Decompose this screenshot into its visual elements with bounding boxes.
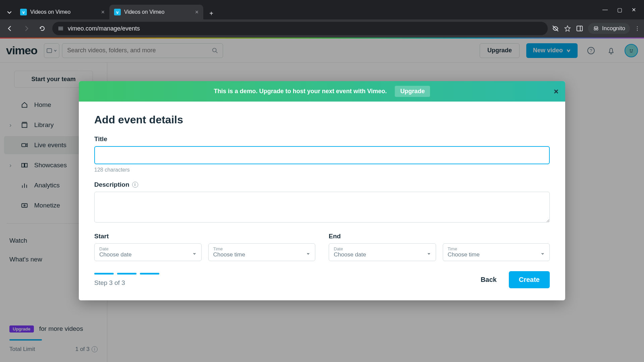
start-date-picker[interactable]: Date Choose date ⌄ <box>94 243 202 261</box>
banner-upgrade-button[interactable]: Upgrade <box>395 86 430 97</box>
browser-tab[interactable]: v Videos on Vimeo × <box>109 5 203 19</box>
close-icon[interactable]: × <box>101 9 105 16</box>
menu-kebab-icon[interactable]: ⋮ <box>635 25 640 32</box>
chevron-down-icon: ⌄ <box>427 249 431 255</box>
char-count-hint: 128 characters <box>94 167 550 173</box>
modal-title: Add event details <box>94 114 550 126</box>
title-input[interactable] <box>94 146 550 164</box>
side-panel-icon[interactable] <box>576 25 583 32</box>
picker-value: Choose time <box>448 251 545 258</box>
bookmark-star-icon[interactable] <box>564 25 571 32</box>
end-label: End <box>329 233 550 240</box>
close-window-icon[interactable]: ✕ <box>632 7 636 13</box>
demo-banner: This is a demo. Upgrade to host your nex… <box>79 81 565 102</box>
maximize-icon[interactable]: ▢ <box>617 7 622 13</box>
chevron-down-icon: ⌄ <box>192 249 197 255</box>
picker-caption: Date <box>99 246 197 251</box>
minimize-icon[interactable]: — <box>602 7 608 13</box>
url-text: vimeo.com/manage/events <box>68 25 140 32</box>
incognito-badge[interactable]: Incognito <box>588 23 630 34</box>
chevron-down-icon: ⌄ <box>540 249 545 255</box>
chevron-down-icon: ⌄ <box>306 249 310 255</box>
incognito-icon <box>593 25 599 32</box>
svg-rect-0 <box>58 27 63 27</box>
close-icon[interactable]: × <box>195 9 199 16</box>
picker-caption: Time <box>448 246 545 251</box>
vimeo-favicon-icon: v <box>20 9 27 15</box>
event-details-modal: This is a demo. Upgrade to host your nex… <box>79 81 565 300</box>
banner-text: This is a demo. Upgrade to host your nex… <box>214 88 387 95</box>
picker-value: Choose time <box>213 251 311 258</box>
svg-point-5 <box>594 28 596 30</box>
app-root: vimeo Upgrade New video ? <box>0 38 644 362</box>
incognito-label: Incognito <box>602 25 625 32</box>
create-button[interactable]: Create <box>509 271 550 288</box>
tab-title: Videos on Vimeo <box>30 9 70 15</box>
description-label: Description i <box>94 181 550 188</box>
description-label-text: Description <box>94 181 129 188</box>
browser-toolbar: vimeo.com/manage/events Incognito ⋮ <box>0 19 644 38</box>
picker-caption: Time <box>213 246 311 251</box>
address-bar[interactable]: vimeo.com/manage/events <box>52 22 548 35</box>
step-indicator <box>94 273 159 275</box>
vimeo-favicon-icon: v <box>114 9 121 15</box>
svg-point-6 <box>596 28 598 30</box>
svg-rect-3 <box>577 26 583 31</box>
picker-value: Choose date <box>99 251 197 258</box>
tab-title: Videos on Vimeo <box>124 9 164 15</box>
back-button[interactable] <box>4 22 16 35</box>
title-label: Title <box>94 135 550 143</box>
browser-tab[interactable]: v Videos on Vimeo × <box>15 5 109 19</box>
back-button[interactable]: Back <box>481 276 497 284</box>
picker-value: Choose date <box>334 251 431 258</box>
picker-caption: Date <box>334 246 431 251</box>
end-time-picker[interactable]: Time Choose time ⌄ <box>443 243 550 261</box>
start-label: Start <box>94 233 315 240</box>
svg-rect-1 <box>58 28 63 29</box>
info-icon[interactable]: i <box>132 182 138 188</box>
description-input[interactable] <box>94 192 550 223</box>
browser-tab-strip: v Videos on Vimeo × v Videos on Vimeo × … <box>0 0 644 19</box>
svg-rect-2 <box>58 29 63 30</box>
end-date-picker[interactable]: Date Choose date ⌄ <box>329 243 436 261</box>
tab-search-dropdown[interactable] <box>3 5 15 19</box>
modal-overlay: This is a demo. Upgrade to host your nex… <box>0 38 644 362</box>
forward-button[interactable] <box>20 22 32 35</box>
eye-off-icon[interactable] <box>552 25 559 32</box>
reload-button[interactable] <box>36 22 48 35</box>
site-settings-icon[interactable] <box>58 25 64 32</box>
close-icon[interactable]: × <box>554 87 558 96</box>
step-text: Step 3 of 3 <box>94 279 159 287</box>
start-time-picker[interactable]: Time Choose time ⌄ <box>208 243 316 261</box>
new-tab-button[interactable]: + <box>205 7 217 19</box>
